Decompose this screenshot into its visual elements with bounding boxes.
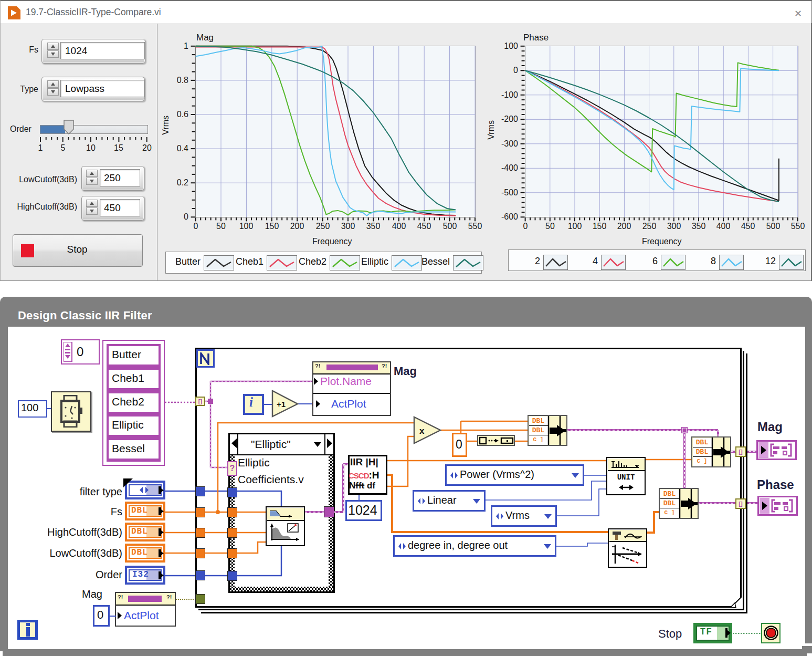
svg-text:+1: +1 (277, 400, 286, 409)
svg-text:x: x (419, 426, 425, 436)
